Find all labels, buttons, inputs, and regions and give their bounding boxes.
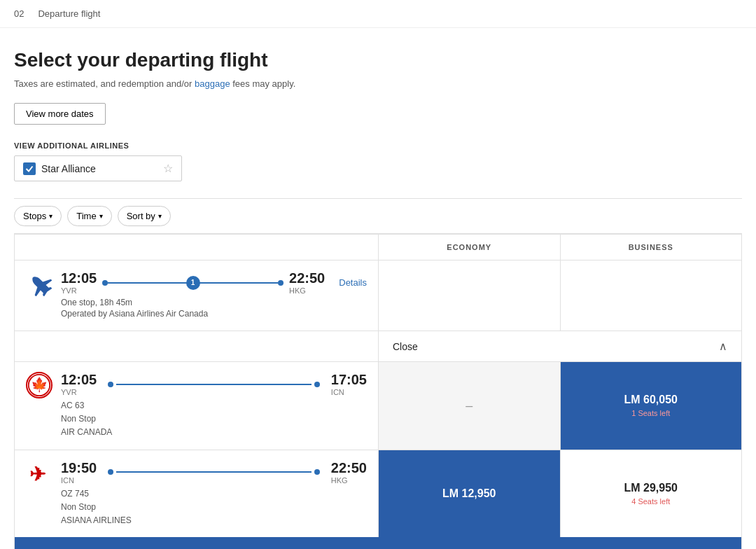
stops-filter-button[interactable]: Stops ▾ bbox=[14, 206, 62, 226]
seg-2-business-seats: 4 Seats left bbox=[624, 497, 678, 506]
asiana-logo: ✈ bbox=[26, 460, 52, 487]
seg-2-business-price-amount: LM 29,950 bbox=[624, 482, 678, 494]
seg2-line-start bbox=[108, 469, 113, 475]
flight-column-header bbox=[15, 235, 378, 260]
subtitle: Taxes are estimated, and redemption and/… bbox=[14, 78, 742, 89]
seg-line-end bbox=[314, 382, 320, 387]
depart-time: 12:05 bbox=[61, 270, 97, 286]
star-alliance-label: Star Alliance bbox=[41, 163, 96, 174]
segment-1-row: 🍁 12:05 YVR bbox=[15, 362, 741, 450]
star-icon[interactable]: ☆ bbox=[163, 162, 173, 175]
details-link[interactable]: Details bbox=[339, 277, 367, 288]
seg-1-line bbox=[116, 384, 312, 385]
seg-1-business-price-amount: LM 60,050 bbox=[624, 394, 678, 406]
seg-2-depart-time: 19:50 bbox=[61, 460, 97, 476]
continue-section: Continue bbox=[15, 537, 741, 549]
continue-button[interactable]: Continue bbox=[15, 537, 741, 549]
chevron-down-icon: ▾ bbox=[99, 212, 103, 220]
svg-text:🍁: 🍁 bbox=[31, 376, 48, 393]
additional-airlines-label: VIEW ADDITIONAL AIRLINES bbox=[14, 141, 742, 150]
seg-2-info: OZ 745 Non Stop ASIANA AIRLINES bbox=[61, 487, 367, 528]
seg-1-times: 12:05 YVR 17:05 ICN bbox=[61, 372, 367, 396]
segment-1-flight-cell: 🍁 12:05 YVR bbox=[15, 362, 378, 450]
close-label[interactable]: Close bbox=[393, 341, 418, 352]
sort-by-filter-button[interactable]: Sort by ▾ bbox=[118, 206, 171, 226]
segment-2-row: ✈ 19:50 ICN bbox=[15, 450, 741, 538]
seg-2-economy-price-amount: LM 12,950 bbox=[442, 487, 496, 500]
flight-header-info: 12:05 YVR 1 22:50 HKG bbox=[61, 270, 367, 319]
chevron-down-icon: ▾ bbox=[158, 212, 162, 220]
maple-leaf-icon: 🍁 bbox=[27, 372, 51, 398]
table-header: ECONOMY BUSINESS bbox=[15, 235, 741, 260]
line-end-dot bbox=[278, 280, 284, 286]
depart-airport: YVR bbox=[61, 286, 97, 295]
operated-by: Operated by Asiana Airlines Air Canada bbox=[61, 309, 367, 319]
oz-logo-mark: ✈ bbox=[26, 460, 52, 487]
star-alliance-checkbox[interactable] bbox=[23, 162, 36, 175]
no-economy-price: – bbox=[465, 398, 472, 413]
seg-2-arrive-time: 22:50 bbox=[331, 460, 367, 476]
star-alliance-checkbox-row[interactable]: Star Alliance ☆ bbox=[14, 155, 182, 181]
time-filter-button[interactable]: Time ▾ bbox=[67, 206, 111, 226]
arrive-time: 22:50 bbox=[289, 270, 325, 286]
flight-times: 12:05 YVR 1 22:50 HKG bbox=[61, 270, 367, 295]
flight-header-cell: 12:05 YVR 1 22:50 HKG bbox=[15, 260, 378, 331]
seg-1-business-seats: 1 Seats left bbox=[624, 409, 678, 417]
seg-1-depart-airport: YVR bbox=[61, 388, 97, 396]
economy-column-header: ECONOMY bbox=[378, 235, 560, 260]
flight-duration-line: 1 bbox=[108, 282, 278, 284]
main-content: Select your departing flight Taxes are e… bbox=[0, 28, 756, 549]
seg-1-depart-time: 12:05 bbox=[61, 372, 97, 388]
plane-logo bbox=[26, 270, 52, 297]
asiana-icon: ✈ bbox=[26, 460, 52, 487]
stop-indicator: 1 bbox=[186, 276, 200, 290]
economy-price-header bbox=[378, 260, 560, 331]
page-title: Select your departing flight bbox=[14, 49, 742, 71]
svg-text:✈: ✈ bbox=[29, 464, 46, 485]
seg-1-economy-price[interactable]: – bbox=[378, 362, 560, 450]
seg2-line-end bbox=[314, 469, 320, 475]
checkmark-icon bbox=[25, 165, 34, 173]
step-label: Departure flight bbox=[38, 8, 100, 19]
segment-2-detail: 19:50 ICN 22:50 HKG bbox=[61, 460, 367, 528]
filter-bar: Stops ▾ Time ▾ Sort by ▾ bbox=[14, 198, 742, 234]
flights-table: ECONOMY BUSINESS 12:05 bbox=[14, 234, 742, 549]
stop-info: One stop, 18h 45m bbox=[61, 298, 367, 307]
close-row: Close ∧ bbox=[15, 331, 741, 362]
flight-row-header: 12:05 YVR 1 22:50 HKG bbox=[15, 260, 741, 331]
seg-2-depart-airport: ICN bbox=[61, 476, 97, 485]
baggage-link[interactable]: baggage bbox=[195, 78, 230, 89]
chevron-up-icon: ∧ bbox=[719, 340, 727, 353]
air-canada-logo: 🍁 bbox=[26, 372, 52, 398]
seg-1-info: AC 63 Non Stop AIR CANADA bbox=[61, 399, 367, 440]
seg-2-arrive-airport: HKG bbox=[331, 476, 367, 485]
top-bar: 02 Departure flight bbox=[0, 0, 756, 28]
business-column-header: BUSINESS bbox=[560, 235, 742, 260]
flight-line: 1 bbox=[102, 280, 284, 286]
seg-1-arrive-time: 17:05 bbox=[331, 372, 367, 388]
segment-2-flight-cell: ✈ 19:50 ICN bbox=[15, 450, 378, 538]
seg-2-times: 19:50 ICN 22:50 HKG bbox=[61, 460, 367, 485]
seg-1-arrive-airport: ICN bbox=[331, 388, 367, 396]
arrive-airport: HKG bbox=[289, 286, 325, 295]
chevron-down-icon: ▾ bbox=[49, 212, 52, 220]
segment-1-detail: 12:05 YVR 17:05 ICN bbox=[61, 372, 367, 440]
view-more-dates-button[interactable]: View more dates bbox=[14, 103, 106, 125]
ac-logo-mark: 🍁 bbox=[26, 372, 52, 398]
seg-2-economy-price[interactable]: LM 12,950 bbox=[378, 450, 560, 538]
seg-2-business-price[interactable]: LM 29,950 4 Seats left bbox=[560, 450, 742, 538]
step-number: 02 bbox=[14, 8, 24, 19]
seg-2-line bbox=[116, 471, 312, 473]
business-price-header bbox=[560, 260, 742, 331]
line-start-dot bbox=[102, 280, 108, 286]
seg-1-business-price[interactable]: LM 60,050 1 Seats left bbox=[560, 362, 742, 450]
plane-icon bbox=[27, 271, 52, 296]
seg-line-start bbox=[108, 382, 113, 387]
